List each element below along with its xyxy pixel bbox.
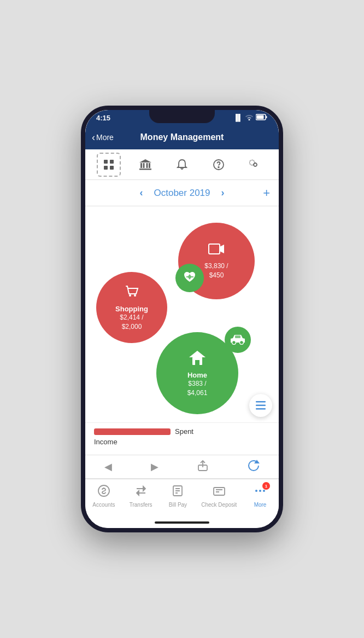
svg-rect-4 [110,160,114,164]
svg-rect-10 [146,163,148,168]
health-bubble[interactable] [175,264,204,292]
prev-month-button[interactable]: ‹ [139,187,143,199]
svg-point-25 [240,340,244,344]
checkdeposit-label: Check Deposit [201,502,237,508]
wifi-icon [245,114,254,122]
home-bar [155,521,209,524]
svg-rect-28 [256,405,266,407]
billpay-icon [171,484,184,501]
svg-point-20 [134,294,136,297]
grid-icon-button[interactable] [97,153,121,177]
help-icon-button[interactable] [207,153,231,177]
legend-area: Spent Income [85,422,279,455]
shopping-amount: $2,414 / $2,000 [120,313,143,332]
tab-accounts[interactable]: Accounts [90,484,118,508]
shopping-label: Shopping [115,305,148,313]
entertainment-icon [208,242,225,259]
more-icon: 1 [254,484,267,501]
nav-arrows-bar: ◀ ▶ [85,455,279,479]
svg-rect-8 [140,163,142,168]
home-indicator [85,517,279,528]
svg-rect-11 [149,163,150,168]
tab-billpay[interactable]: Bill Pay [164,484,191,508]
svg-rect-23 [195,360,199,365]
svg-marker-21 [189,351,206,357]
svg-marker-34 [137,491,139,495]
income-label: Income [94,438,118,446]
svg-rect-2 [266,116,267,118]
svg-marker-7 [139,159,151,163]
bank-icon-button[interactable] [133,153,157,177]
bubble-area: $3,830 / $450 Shopping $2,414 / $2,000 [85,206,279,422]
left-arrow-button[interactable]: ◀ [104,461,112,473]
svg-rect-12 [139,169,151,170]
svg-rect-36 [214,488,225,495]
battery-icon [256,114,268,122]
share-button[interactable] [197,460,209,474]
spent-bar [94,428,171,435]
svg-rect-27 [256,401,266,403]
svg-rect-1 [257,115,264,119]
tab-checkdeposit[interactable]: Check Deposit [201,484,237,508]
billpay-label: Bill Pay [169,502,187,508]
svg-point-37 [255,490,257,492]
settings-icon-button[interactable] [243,153,267,177]
next-month-button[interactable]: › [221,187,225,199]
more-badge: 1 [262,482,270,490]
accounts-label: Accounts [92,502,115,508]
svg-rect-3 [104,160,108,164]
health-icon [183,270,197,287]
entertainment-amount: $3,830 / $450 [204,262,228,280]
svg-rect-5 [104,166,108,170]
refresh-button[interactable] [248,460,260,474]
svg-point-18 [212,248,214,250]
svg-marker-17 [220,245,224,253]
svg-rect-29 [256,408,266,410]
svg-point-39 [263,490,265,492]
nav-back-button[interactable]: ‹ More [92,132,114,143]
svg-point-19 [129,294,131,297]
notch [149,110,215,123]
svg-rect-6 [110,166,114,170]
svg-point-38 [259,490,261,492]
tab-bar: Accounts Transfers [85,479,279,517]
toolbar [85,149,279,180]
svg-rect-26 [235,335,240,338]
phone-frame: 4:15 ▐▌ [81,106,283,532]
svg-rect-16 [209,244,220,254]
car-bubble[interactable] [225,327,251,353]
income-legend: Income [94,438,270,446]
bell-icon-button[interactable] [170,153,194,177]
tab-transfers[interactable]: Transfers [127,484,155,508]
nav-bar: ‹ More Money Management [85,125,279,149]
spent-label: Spent [175,427,193,436]
svg-rect-9 [143,163,145,168]
list-view-button[interactable] [249,394,272,417]
checkdeposit-icon [213,484,226,501]
tab-more[interactable]: 1 More [246,484,274,508]
svg-marker-33 [143,486,145,491]
page-title: Money Management [140,132,224,142]
svg-point-24 [232,340,236,344]
home-amount: $383 / $4,061 [187,379,208,398]
signal-icon: ▐▌ [233,114,243,121]
svg-point-14 [218,166,219,167]
right-arrow-button[interactable]: ▶ [151,461,158,473]
home-icon [188,349,207,369]
transfers-icon [134,484,148,501]
status-icons: ▐▌ [233,114,268,122]
shopping-icon [124,284,139,303]
car-icon [230,333,246,347]
status-time: 4:15 [96,114,110,122]
current-month[interactable]: October 2019 [154,188,210,199]
more-label: More [254,502,267,508]
shopping-bubble[interactable]: Shopping $2,414 / $2,000 [96,272,167,343]
phone-screen: 4:15 ▐▌ [85,110,279,528]
add-budget-button[interactable]: + [263,186,270,200]
home-label: Home [187,371,207,379]
spent-legend: Spent [94,427,270,436]
back-label: More [96,133,114,142]
transfers-label: Transfers [130,502,152,508]
accounts-icon [97,484,110,501]
month-nav: ‹ October 2019 › + [85,180,279,206]
